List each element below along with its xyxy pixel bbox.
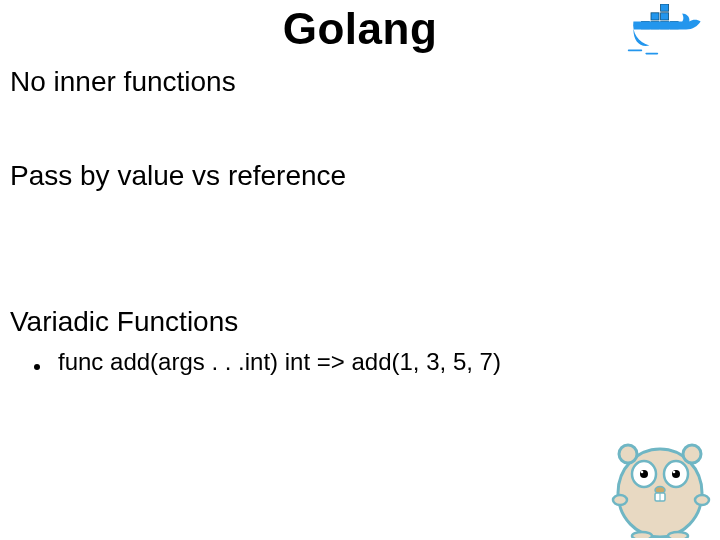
gopher-mascot-icon	[602, 418, 712, 538]
svg-point-18	[673, 471, 676, 474]
bullet-text: func add(args . . .int) int => add(1, 3,…	[58, 348, 501, 376]
svg-rect-6	[661, 4, 669, 11]
svg-point-25	[668, 532, 688, 538]
svg-point-23	[695, 495, 709, 505]
section-no-inner-functions: No inner functions	[10, 66, 236, 98]
slide: Golang No inner functions	[0, 0, 720, 540]
svg-point-7	[642, 35, 645, 38]
bullet-dot-icon	[34, 364, 40, 370]
docker-logo-icon	[624, 4, 710, 68]
svg-point-17	[641, 471, 644, 474]
section-pass-by-value: Pass by value vs reference	[10, 160, 346, 192]
svg-point-11	[619, 445, 637, 463]
svg-rect-5	[661, 13, 669, 20]
svg-rect-4	[651, 13, 659, 20]
svg-point-24	[632, 532, 652, 538]
slide-title: Golang	[0, 4, 720, 54]
bullet-item: func add(args . . .int) int => add(1, 3,…	[34, 348, 501, 376]
svg-point-12	[683, 445, 701, 463]
svg-point-22	[613, 495, 627, 505]
section-variadic-functions: Variadic Functions	[10, 306, 238, 338]
